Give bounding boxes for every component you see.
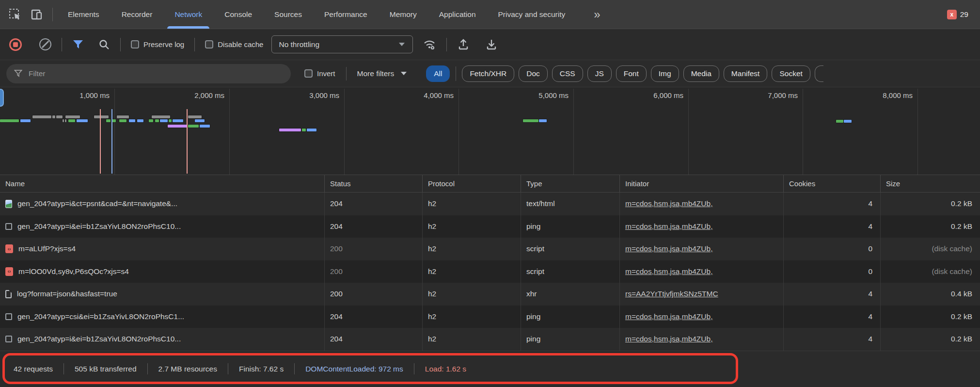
search-icon[interactable] — [98, 39, 110, 50]
request-name-cell[interactable]: gen_204?atyp=csi&ei=b1ZsaYivL8ON2roPhsC1… — [0, 306, 325, 328]
waterfall-bar — [129, 119, 135, 122]
invert-checkbox[interactable] — [304, 69, 313, 78]
table-row[interactable]: gen_204?atyp=i&ei=b1ZsaYivL8ON2roPhsC10.… — [0, 215, 980, 238]
chip-partial[interactable] — [815, 65, 823, 82]
table-row[interactable]: ‹›m=aLUfP?xjs=s4200h2scriptm=cdos,hsm,js… — [0, 238, 980, 260]
status-cell: 204 — [325, 328, 423, 351]
request-name-cell[interactable]: ‹›m=lOO0Vd,sy8v,P6sQOc?xjs=s4 — [0, 260, 325, 283]
overview-drag-handle[interactable] — [0, 89, 4, 107]
waterfall-bar — [279, 129, 301, 131]
tab-performance[interactable]: Performance — [313, 0, 379, 29]
request-name: gen_204?atyp=i&ei=b1ZsaYivL8ON2roPhsC10.… — [17, 222, 181, 231]
size-value: 0.2 kB — [951, 222, 972, 231]
table-row[interactable]: gen_204?atyp=csi&ei=b1ZsaYivL8ON2roPhsC1… — [0, 306, 980, 328]
column-header-cookies[interactable]: Cookies — [784, 175, 881, 192]
initiator-link[interactable]: m=cdos,hsm,jsa,mb4ZUb, — [625, 222, 712, 231]
filter-input[interactable] — [28, 69, 283, 79]
chip-manifest[interactable]: Manifest — [724, 65, 768, 82]
initiator-link[interactable]: m=cdos,hsm,jsa,mb4ZUb, — [625, 244, 712, 253]
devtools-window: ElementsRecorderNetworkConsoleSourcesPer… — [0, 0, 980, 387]
waterfall-bar — [160, 119, 168, 122]
chip-img[interactable]: Img — [651, 65, 679, 82]
more-filters-label: More filters — [357, 69, 395, 78]
status-item-domcontentloaded: DOMContentLoaded: 972 ms — [305, 365, 403, 373]
tab-sources[interactable]: Sources — [263, 0, 313, 29]
chip-js[interactable]: JS — [587, 65, 612, 82]
chip-media[interactable]: Media — [683, 65, 719, 82]
overview-gridline — [344, 89, 345, 175]
chevron-down-icon — [401, 72, 407, 75]
tab-memory[interactable]: Memory — [379, 0, 428, 29]
protocol-value: h2 — [428, 312, 436, 321]
column-header-initiator[interactable]: Initiator — [620, 175, 784, 192]
device-toolbar-icon[interactable] — [30, 7, 45, 22]
table-row[interactable]: log?format=json&hasfast=true200h2xhrrs=A… — [0, 283, 980, 306]
cookies-cell: 0 — [784, 260, 881, 283]
inspect-element-icon[interactable] — [8, 7, 22, 22]
chip-css[interactable]: CSS — [552, 65, 583, 82]
type-cell: ping — [521, 215, 620, 238]
size-value: 0.2 kB — [951, 199, 972, 208]
cookies-value: 4 — [868, 312, 872, 321]
chip-font[interactable]: Font — [616, 65, 647, 82]
column-header-protocol[interactable]: Protocol — [423, 175, 521, 192]
table-row[interactable]: gen_204?atyp=i&ct=psnt&cad=&nt=navigate&… — [0, 193, 980, 215]
tab-application[interactable]: Application — [428, 0, 487, 29]
chevron-down-icon — [399, 43, 405, 46]
waterfall-bar — [844, 120, 852, 123]
load-event-line — [187, 109, 188, 174]
table-row[interactable]: gen_204?atyp=i&ei=b1ZsaYivL8ON2roPhsC10.… — [0, 328, 980, 351]
filter-field[interactable] — [6, 64, 291, 83]
record-button[interactable] — [9, 38, 22, 51]
more-tabs-icon[interactable]: » — [594, 9, 600, 20]
waterfall-bar — [0, 119, 19, 122]
waterfall-bar — [152, 115, 170, 118]
column-header-size[interactable]: Size — [881, 175, 980, 192]
request-name-cell[interactable]: gen_204?atyp=i&ei=b1ZsaYivL8ON2roPhsC10.… — [0, 215, 325, 238]
issues-badge[interactable]: x 29 — [947, 10, 968, 19]
initiator-link[interactable]: m=cdos,hsm,jsa,mb4ZUb, — [625, 335, 712, 343]
column-header-name[interactable]: Name — [0, 175, 325, 192]
protocol-value: h2 — [428, 244, 436, 253]
protocol-value: h2 — [428, 267, 436, 276]
initiator-link[interactable]: rs=AA2YrTtjvfjmkSNz5TMC — [625, 290, 718, 298]
initiator-link[interactable]: m=cdos,hsm,jsa,mb4ZUb, — [625, 312, 712, 321]
request-name-cell[interactable]: gen_204?atyp=i&ct=psnt&cad=&nt=navigate&… — [0, 193, 325, 215]
filter-toggle-icon[interactable] — [72, 39, 84, 50]
initiator-link[interactable]: m=cdos,hsm,jsa,mb4ZUb, — [625, 199, 712, 208]
request-name-cell[interactable]: ‹›m=aLUfP?xjs=s4 — [0, 238, 325, 260]
chip-fetch-xhr[interactable]: Fetch/XHR — [462, 65, 514, 82]
size-value: 0.2 kB — [951, 312, 972, 321]
chip-doc[interactable]: Doc — [519, 65, 548, 82]
chip-all[interactable]: All — [426, 65, 450, 82]
tab-privacy-and-security[interactable]: Privacy and security — [487, 0, 577, 29]
throttling-select[interactable]: No throttling — [271, 35, 413, 53]
preserve-log-checkbox[interactable] — [131, 40, 139, 48]
column-header-status[interactable]: Status — [325, 175, 423, 192]
chip-socket[interactable]: Socket — [772, 65, 810, 82]
request-name-cell[interactable]: log?format=json&hasfast=true — [0, 283, 325, 306]
tab-console[interactable]: Console — [213, 0, 263, 29]
export-har-icon[interactable] — [485, 38, 498, 51]
column-header-type[interactable]: Type — [521, 175, 620, 192]
size-cell: 0.2 kB — [881, 193, 980, 215]
request-name: m=aLUfP?xjs=s4 — [18, 244, 76, 253]
toolbar-separator — [194, 38, 195, 51]
type-cell: xhr — [521, 283, 620, 306]
overview-time-label: 8,000 ms — [840, 91, 913, 99]
network-overview[interactable]: 1,000 ms2,000 ms3,000 ms4,000 ms5,000 ms… — [0, 87, 980, 175]
waterfall-bar — [32, 115, 51, 118]
clear-button[interactable] — [39, 38, 51, 50]
tab-network[interactable]: Network — [163, 0, 213, 29]
tab-elements[interactable]: Elements — [57, 0, 111, 29]
more-filters-button[interactable]: More filters — [357, 69, 407, 78]
import-har-icon[interactable] — [457, 38, 470, 51]
table-row[interactable]: ‹›m=lOO0Vd,sy8v,P6sQOc?xjs=s4200h2script… — [0, 260, 980, 283]
request-name-cell[interactable]: gen_204?atyp=i&ei=b1ZsaYivL8ON2roPhsC10.… — [0, 328, 325, 351]
disable-cache-checkbox[interactable] — [205, 40, 213, 48]
tab-recorder[interactable]: Recorder — [111, 0, 164, 29]
network-conditions-icon[interactable] — [423, 39, 436, 50]
initiator-link[interactable]: m=cdos,hsm,jsa,mb4ZUb, — [625, 267, 712, 276]
type-cell: script — [521, 238, 620, 260]
size-value: (disk cache) — [932, 267, 972, 276]
